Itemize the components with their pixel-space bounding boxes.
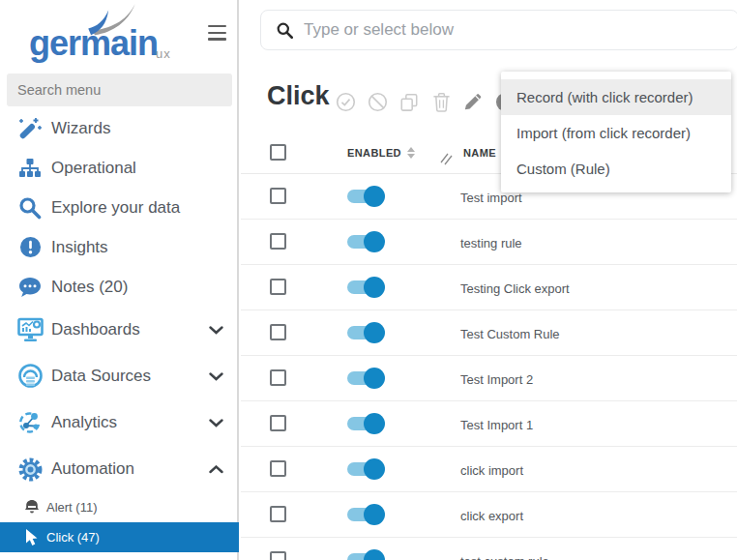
- toolbar: [335, 91, 516, 112]
- rule-name: Test Custom Rule: [460, 327, 560, 341]
- magic-wand-icon: [16, 117, 44, 140]
- sidebar-item-operational[interactable]: Operational: [0, 148, 239, 188]
- logo-sub-text: ux: [156, 46, 171, 61]
- exclamation-circle-icon: [16, 236, 44, 258]
- sidebar-item-data-sources[interactable]: Data Sources: [0, 353, 239, 399]
- enabled-toggle[interactable]: [347, 553, 382, 560]
- pencil-icon[interactable]: [462, 91, 484, 112]
- enabled-toggle[interactable]: [347, 508, 382, 521]
- rule-name: click export: [460, 509, 523, 523]
- sidebar-item-label: Analytics: [51, 413, 117, 432]
- table-row[interactable]: Test Custom Rule: [241, 310, 737, 356]
- table-row[interactable]: testing rule: [241, 220, 737, 265]
- sidebar-item-analytics[interactable]: Analytics: [0, 399, 239, 446]
- sidebar-item-insights[interactable]: Insights: [0, 227, 239, 267]
- rule-name: click import: [460, 463, 523, 478]
- sidebar-item-label: Insights: [51, 238, 108, 257]
- enabled-toggle[interactable]: [347, 417, 382, 430]
- enabled-toggle[interactable]: [347, 235, 382, 249]
- sidebar-nav: Wizards Operational: [0, 108, 239, 552]
- column-header-enabled[interactable]: ENABLED: [347, 147, 415, 159]
- chat-bubble-icon: [16, 277, 44, 298]
- app-window: germain ux Wizards: [0, 0, 737, 560]
- chevron-down-icon: [209, 414, 223, 431]
- enabled-toggle[interactable]: [347, 462, 382, 476]
- row-checkbox[interactable]: [270, 324, 286, 340]
- rule-name: Test import: [460, 191, 522, 205]
- page-title: Click: [267, 81, 330, 111]
- name-column-label: NAME: [463, 147, 496, 159]
- row-checkbox[interactable]: [270, 369, 286, 386]
- rule-name: Testing Click export: [460, 281, 570, 296]
- row-checkbox[interactable]: [270, 506, 286, 522]
- enabled-toggle[interactable]: [347, 326, 382, 339]
- magnifier-icon: [16, 196, 44, 220]
- menu-item-custom[interactable]: Custom (Rule): [501, 151, 731, 187]
- hamburger-menu-icon[interactable]: [208, 25, 226, 42]
- sidebar-item-label: Alert (11): [46, 500, 98, 515]
- menu-item-record[interactable]: Record (with click recorder): [501, 79, 731, 115]
- add-rule-dropdown-menu: Record (with click recorder) Import (fro…: [501, 72, 731, 192]
- select-all-checkbox[interactable]: [270, 144, 286, 161]
- sidebar-item-label: Operational: [51, 159, 136, 178]
- sidebar-item-wizards[interactable]: Wizards: [0, 108, 239, 148]
- sidebar-item-explore[interactable]: Explore your data: [0, 188, 239, 227]
- sidebar-item-dashboards[interactable]: Dashboards: [0, 307, 239, 353]
- cursor-icon: [23, 529, 41, 546]
- sidebar-item-label: Data Sources: [51, 367, 151, 386]
- search-icon: [277, 22, 293, 39]
- rule-name: test custom rule: [460, 554, 549, 560]
- share-nodes-icon: [16, 410, 44, 435]
- rule-name: Test Import 2: [460, 372, 533, 387]
- sort-icon: [407, 147, 415, 159]
- sitemap-icon: [16, 157, 44, 180]
- enabled-column-label: ENABLED: [347, 147, 401, 159]
- table-row[interactable]: Test Import 2: [241, 356, 737, 401]
- enabled-toggle[interactable]: [347, 280, 382, 294]
- gear-icon: [16, 457, 44, 483]
- sidebar-item-label: Click (47): [46, 530, 100, 545]
- top-search-bar: [260, 10, 737, 50]
- ban-icon[interactable]: [367, 91, 388, 112]
- main-content: Click: [241, 0, 737, 560]
- column-header-name[interactable]: NAME: [463, 147, 496, 159]
- row-checkbox[interactable]: [270, 551, 286, 560]
- sidebar-search-input[interactable]: [7, 74, 232, 106]
- sidebar-item-label: Wizards: [51, 119, 110, 138]
- table-body: Test import testing rule Testing Click e…: [241, 174, 737, 560]
- sidebar-item-label: Dashboards: [51, 320, 140, 339]
- sidebar: germain ux Wizards: [0, 0, 239, 560]
- trash-icon[interactable]: [430, 91, 452, 112]
- table-row[interactable]: Test Import 1: [241, 401, 737, 447]
- copy-icon[interactable]: [398, 91, 420, 112]
- table-row[interactable]: click import: [241, 447, 737, 492]
- chevron-up-icon: [209, 460, 223, 478]
- top-search-input[interactable]: [304, 11, 730, 49]
- logo-text: germain: [29, 23, 158, 64]
- enabled-toggle[interactable]: [347, 190, 382, 203]
- table-row[interactable]: click export: [241, 492, 737, 538]
- table-row[interactable]: test custom rule: [241, 538, 737, 560]
- sidebar-item-label: Explore your data: [51, 198, 180, 218]
- enabled-toggle[interactable]: [347, 371, 382, 385]
- sidebar-item-label: Notes (20): [51, 278, 128, 297]
- chevron-down-icon: [209, 321, 223, 339]
- sidebar-item-click[interactable]: Click (47): [0, 522, 239, 552]
- germain-logo[interactable]: germain ux: [27, 0, 182, 68]
- column-resize-grip-icon[interactable]: [439, 152, 454, 170]
- row-checkbox[interactable]: [270, 279, 286, 295]
- menu-item-import[interactable]: Import (from click recorder): [501, 115, 731, 151]
- table-row[interactable]: Testing Click export: [241, 265, 737, 310]
- row-checkbox[interactable]: [270, 233, 286, 250]
- sidebar-item-notes[interactable]: Notes (20): [0, 267, 239, 307]
- dashboard-monitor-icon: [16, 317, 44, 342]
- row-checkbox[interactable]: [270, 415, 286, 431]
- sidebar-item-alert[interactable]: Alert (11): [0, 492, 239, 522]
- row-checkbox[interactable]: [270, 188, 286, 204]
- row-checkbox[interactable]: [270, 460, 286, 477]
- chevron-down-icon: [209, 368, 223, 385]
- rule-name: Test Import 1: [460, 418, 533, 432]
- check-circle-icon[interactable]: [335, 91, 356, 112]
- sidebar-item-automation[interactable]: Automation: [0, 446, 239, 492]
- rule-name: testing rule: [460, 236, 522, 251]
